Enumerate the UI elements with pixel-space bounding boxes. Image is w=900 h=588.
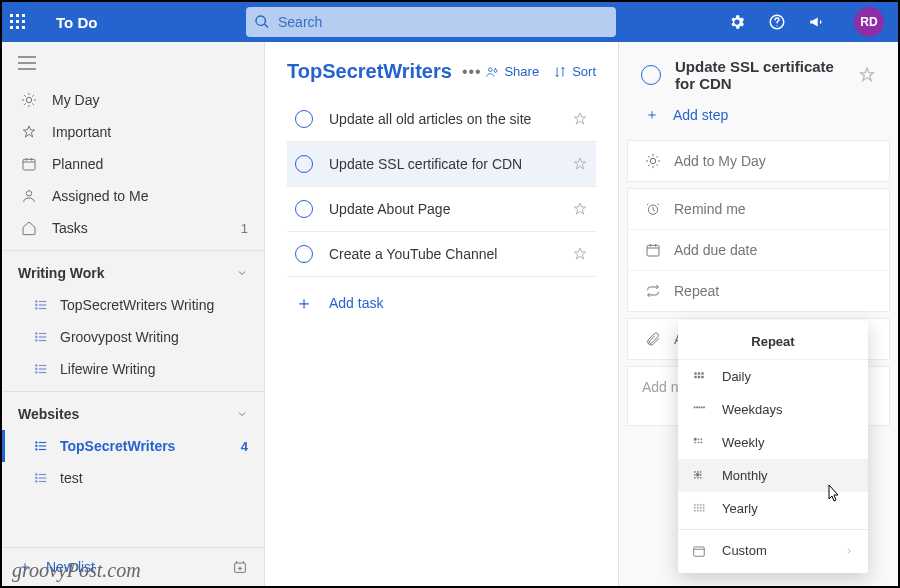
svg-rect-5 bbox=[22, 20, 25, 23]
svg-line-22 bbox=[33, 95, 34, 96]
home-icon bbox=[18, 220, 40, 236]
new-group-icon[interactable] bbox=[232, 559, 248, 575]
svg-point-115 bbox=[700, 507, 701, 508]
list-label: TopSecretWriters bbox=[60, 438, 241, 454]
share-label: Share bbox=[504, 64, 539, 79]
repeat-icon bbox=[642, 283, 664, 299]
sidebar-item-important[interactable]: Important bbox=[2, 116, 264, 148]
popup-title: Repeat bbox=[678, 326, 868, 360]
task-checkbox[interactable] bbox=[295, 245, 313, 263]
svg-point-43 bbox=[36, 365, 37, 366]
new-list-button[interactable]: ＋ New list bbox=[2, 547, 264, 586]
search-input[interactable] bbox=[278, 14, 608, 30]
star-icon[interactable] bbox=[858, 66, 876, 84]
sidebar-label: Assigned to Me bbox=[52, 188, 248, 204]
task-checkbox[interactable] bbox=[295, 110, 313, 128]
list-item-active[interactable]: TopSecretWriters 4 bbox=[2, 430, 264, 462]
task-row[interactable]: Create a YouTube Channel bbox=[287, 232, 596, 277]
svg-point-67 bbox=[650, 158, 655, 163]
star-icon[interactable] bbox=[572, 156, 588, 172]
detail-header: Update SSL certificate for CDN bbox=[627, 54, 890, 100]
option-label: Custom bbox=[722, 543, 844, 558]
task-checkbox[interactable] bbox=[641, 65, 661, 85]
help-icon[interactable] bbox=[768, 13, 808, 31]
svg-point-116 bbox=[703, 507, 704, 508]
svg-rect-79 bbox=[647, 245, 659, 256]
svg-point-32 bbox=[36, 304, 37, 305]
add-step-button[interactable]: ＋ Add step bbox=[627, 106, 890, 134]
svg-line-21 bbox=[24, 104, 25, 105]
task-checkbox[interactable] bbox=[295, 200, 313, 218]
star-icon[interactable] bbox=[572, 111, 588, 127]
megaphone-icon[interactable] bbox=[808, 13, 848, 31]
star-icon bbox=[18, 124, 40, 140]
sidebar-count: 1 bbox=[241, 221, 248, 236]
task-row-selected[interactable]: Update SSL certificate for CDN bbox=[287, 142, 596, 187]
list-item[interactable]: Lifewire Writing bbox=[2, 353, 264, 385]
sidebar-item-tasks[interactable]: Tasks 1 bbox=[2, 212, 264, 244]
list-label: Groovypost Writing bbox=[60, 329, 248, 345]
svg-rect-92 bbox=[701, 406, 703, 408]
svg-point-10 bbox=[776, 25, 777, 26]
remind-me-button[interactable]: Remind me bbox=[628, 189, 889, 230]
sort-button[interactable]: Sort bbox=[553, 64, 596, 79]
option-label: Monthly bbox=[722, 468, 854, 483]
svg-point-109 bbox=[694, 504, 695, 505]
search-box[interactable] bbox=[246, 7, 616, 37]
svg-point-102 bbox=[700, 471, 701, 472]
svg-point-63 bbox=[489, 67, 493, 71]
sort-label: Sort bbox=[572, 64, 596, 79]
star-icon[interactable] bbox=[572, 201, 588, 217]
svg-rect-4 bbox=[16, 20, 19, 23]
svg-point-107 bbox=[697, 477, 698, 478]
list-item[interactable]: test bbox=[2, 462, 264, 494]
list-item[interactable]: TopSecretWriters Writing bbox=[2, 289, 264, 321]
task-row[interactable]: Update all old articles on the site bbox=[287, 97, 596, 142]
repeat-option-weekdays[interactable]: Weekdays bbox=[678, 393, 868, 426]
option-label: Yearly bbox=[722, 501, 854, 516]
add-to-myday-button[interactable]: Add to My Day bbox=[627, 140, 890, 182]
list-icon bbox=[32, 439, 50, 453]
detail-title[interactable]: Update SSL certificate for CDN bbox=[675, 58, 858, 92]
task-label: Update About Page bbox=[329, 201, 572, 217]
repeat-option-yearly[interactable]: Yearly bbox=[678, 492, 868, 525]
repeat-button[interactable]: Repeat bbox=[628, 271, 889, 311]
star-icon[interactable] bbox=[572, 246, 588, 262]
plus-icon: ＋ bbox=[641, 106, 663, 124]
list-item[interactable]: Groovypost Writing bbox=[2, 321, 264, 353]
svg-point-103 bbox=[694, 474, 695, 475]
user-avatar[interactable]: RD bbox=[854, 7, 884, 37]
group-writing-work[interactable]: Writing Work bbox=[2, 257, 264, 289]
repeat-option-weekly[interactable]: Weekly bbox=[678, 426, 868, 459]
sidebar-item-myday[interactable]: My Day bbox=[2, 84, 264, 116]
svg-rect-94 bbox=[694, 438, 696, 440]
svg-point-44 bbox=[36, 368, 37, 369]
bell-icon bbox=[642, 201, 664, 217]
due-date-button[interactable]: Add due date bbox=[628, 230, 889, 271]
svg-rect-104 bbox=[697, 473, 699, 475]
svg-point-31 bbox=[36, 301, 37, 302]
hamburger-icon[interactable] bbox=[2, 42, 264, 84]
share-button[interactable]: Share bbox=[485, 64, 539, 79]
repeat-option-custom[interactable]: Custom bbox=[678, 534, 868, 567]
list-icon bbox=[32, 298, 50, 312]
add-task-button[interactable]: ＋ Add task bbox=[287, 277, 596, 329]
task-row[interactable]: Update About Page bbox=[287, 187, 596, 232]
repeat-option-daily[interactable]: Daily bbox=[678, 360, 868, 393]
svg-point-118 bbox=[697, 510, 698, 511]
svg-point-95 bbox=[698, 438, 699, 439]
svg-rect-87 bbox=[698, 375, 700, 377]
svg-point-45 bbox=[36, 372, 37, 373]
group-websites[interactable]: Websites bbox=[2, 398, 264, 430]
svg-point-106 bbox=[694, 477, 695, 478]
svg-point-99 bbox=[701, 441, 702, 442]
app-launcher-icon[interactable] bbox=[10, 14, 50, 30]
svg-point-105 bbox=[700, 474, 701, 475]
repeat-option-monthly[interactable]: Monthly bbox=[678, 459, 868, 492]
more-options-icon[interactable]: ••• bbox=[462, 63, 482, 81]
sidebar-item-assigned[interactable]: Assigned to Me bbox=[2, 180, 264, 212]
svg-line-20 bbox=[33, 104, 34, 105]
settings-icon[interactable] bbox=[728, 13, 768, 31]
task-checkbox[interactable] bbox=[295, 155, 313, 173]
sidebar-item-planned[interactable]: Planned bbox=[2, 148, 264, 180]
